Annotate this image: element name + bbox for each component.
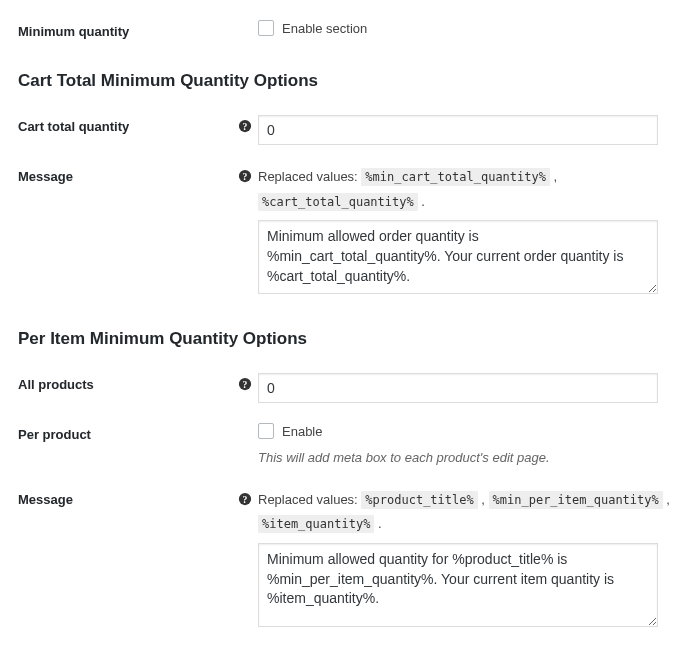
svg-text:?: ? [243,379,248,390]
enable-section-wrap[interactable]: Enable section [258,20,672,36]
help-icon[interactable]: ? [238,373,258,394]
cart-message-textarea[interactable] [258,220,658,294]
per-item-heading: Per Item Minimum Quantity Options [18,329,672,349]
enable-section-label: Enable section [282,21,367,36]
item-message-textarea[interactable] [258,543,658,627]
item-message-label: Message [18,488,238,507]
enable-section-checkbox[interactable] [258,20,274,36]
code-token: %min_per_item_quantity% [489,491,663,509]
code-token: %item_quantity% [258,515,374,533]
per-product-enable-label: Enable [282,424,322,439]
per-product-row: Per product Enable This will add meta bo… [18,413,672,477]
minimum-quantity-row: Minimum quantity Enable section [18,10,672,49]
code-token: %min_cart_total_quantity% [361,168,550,186]
item-message-row: Message ? Replaced values: %product_titl… [18,478,672,640]
cart-total-qty-label: Cart total quantity [18,115,238,134]
replaced-prefix: Replaced values: [258,169,361,184]
code-token: %product_title% [361,491,477,509]
cart-total-qty-input[interactable] [258,115,658,145]
svg-text:?: ? [243,493,248,504]
svg-text:?: ? [243,121,248,132]
svg-text:?: ? [243,171,248,182]
per-product-checkbox[interactable] [258,423,274,439]
cart-total-heading: Cart Total Minimum Quantity Options [18,71,672,91]
cart-message-label: Message [18,165,238,184]
help-icon[interactable]: ? [238,115,258,136]
cart-message-row: Message ? Replaced values: %min_cart_tot… [18,155,672,307]
per-product-label: Per product [18,423,238,442]
all-products-label: All products [18,373,238,392]
all-products-input[interactable] [258,373,658,403]
minimum-quantity-label: Minimum quantity [18,20,238,39]
code-token: %cart_total_quantity% [258,193,418,211]
cart-total-qty-row: Cart total quantity ? [18,105,672,155]
help-icon[interactable]: ? [238,165,258,186]
per-product-enable-wrap[interactable]: Enable [258,423,672,439]
item-replaced-values: Replaced values: %product_title% , %min_… [258,488,672,537]
replaced-prefix: Replaced values: [258,492,361,507]
all-products-row: All products ? [18,363,672,413]
per-product-note: This will add meta box to each product's… [258,449,672,467]
help-icon[interactable]: ? [238,488,258,509]
cart-replaced-values: Replaced values: %min_cart_total_quantit… [258,165,672,214]
